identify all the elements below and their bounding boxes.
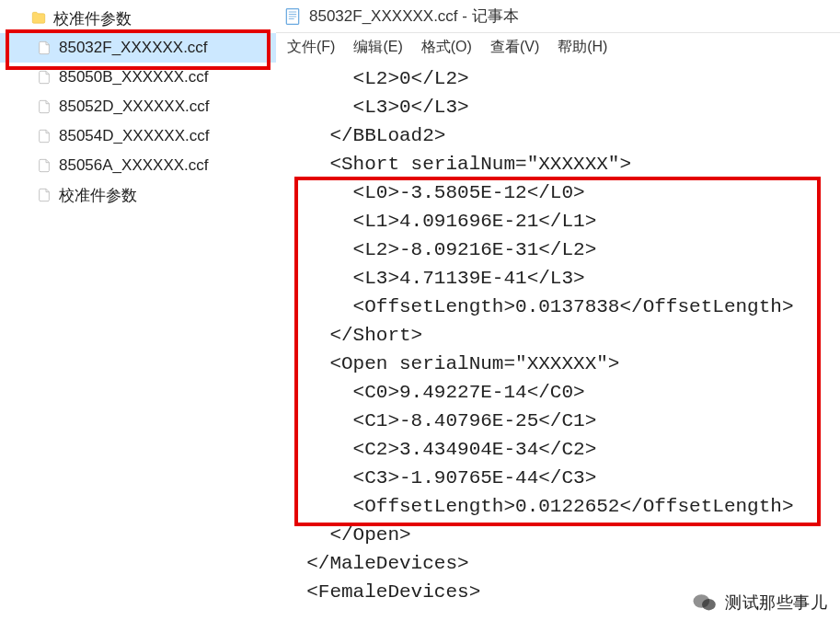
svg-point-6 — [702, 599, 716, 610]
notepad-content[interactable]: <L2>0</L2> <L3>0</L3> </BBLoad2> <Short … — [276, 61, 840, 632]
file-icon — [35, 127, 53, 145]
file-icon — [35, 156, 53, 175]
sidebar-file-item[interactable]: 85052D_XXXXXX.ccf — [0, 92, 276, 121]
menu-item[interactable]: 帮助(H) — [554, 36, 611, 59]
watermark: 测试那些事儿 — [692, 592, 827, 614]
sidebar-folder[interactable]: 校准件参数 — [0, 4, 276, 33]
notepad-titlebar: 85032F_XXXXXX.ccf - 记事本 — [276, 0, 840, 33]
file-label: 85054D_XXXXXX.ccf — [59, 127, 209, 145]
file-label: 校准件参数 — [59, 185, 137, 206]
menu-item[interactable]: 查看(V) — [487, 36, 543, 59]
notepad-menubar: 文件(F)编辑(E)格式(O)查看(V)帮助(H) — [276, 33, 840, 61]
watermark-text: 测试那些事儿 — [725, 592, 827, 614]
file-icon — [35, 186, 53, 204]
file-label: 85052D_XXXXXX.ccf — [59, 98, 209, 116]
notepad-title: 85032F_XXXXXX.ccf - 记事本 — [309, 6, 519, 27]
sidebar-file-item[interactable]: 校准件参数 — [0, 180, 276, 210]
file-label: 85050B_XXXXXX.ccf — [59, 68, 209, 86]
file-label: 85056A_XXXXXX.ccf — [59, 156, 209, 175]
menu-item[interactable]: 文件(F) — [283, 36, 339, 59]
file-icon — [35, 98, 53, 116]
menu-item[interactable]: 编辑(E) — [350, 36, 406, 59]
notepad-icon — [283, 7, 302, 26]
folder-icon — [29, 9, 48, 28]
folder-label: 校准件参数 — [53, 8, 132, 29]
sidebar-file-item[interactable]: 85054D_XXXXXX.ccf — [0, 121, 276, 151]
file-icon — [35, 39, 53, 57]
notepad-window: 85032F_XXXXXX.ccf - 记事本 文件(F)编辑(E)格式(O)查… — [276, 0, 840, 632]
sidebar-file-item[interactable]: 85056A_XXXXXX.ccf — [0, 151, 276, 180]
file-explorer-sidebar: 校准件参数 85032F_XXXXXX.ccf85050B_XXXXXX.ccf… — [0, 0, 276, 632]
file-label: 85032F_XXXXXX.ccf — [59, 39, 208, 57]
wechat-icon — [692, 592, 718, 613]
sidebar-file-item[interactable]: 85050B_XXXXXX.ccf — [0, 63, 276, 92]
sidebar-file-item[interactable]: 85032F_XXXXXX.ccf — [0, 33, 276, 63]
file-icon — [35, 68, 53, 86]
menu-item[interactable]: 格式(O) — [418, 36, 476, 59]
